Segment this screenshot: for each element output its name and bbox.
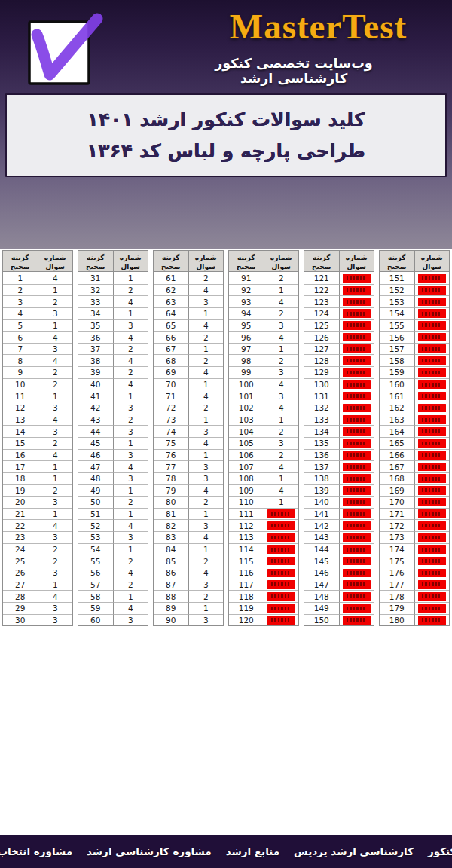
question-number-cell: 162 <box>380 402 414 414</box>
answer-row: 334 <box>78 295 148 307</box>
censored-answer <box>343 498 371 507</box>
censored-answer <box>343 333 371 342</box>
censored-scribble <box>347 335 367 339</box>
question-number-cell: 63 <box>154 295 188 307</box>
answer-row: 341 <box>78 307 148 319</box>
answer-cell: 1 <box>38 460 73 472</box>
answer-cell <box>339 378 374 390</box>
question-number-cell: 159 <box>380 366 414 378</box>
answer-row: 138 <box>304 472 374 484</box>
answer-cell <box>414 307 450 319</box>
answer-cell: 1 <box>188 343 224 355</box>
answer-row: 135 <box>304 437 374 449</box>
answer-cell <box>339 272 374 284</box>
answer-row: 149 <box>304 602 374 614</box>
question-number-cell: 57 <box>78 579 113 591</box>
answer-row: 823 <box>154 519 223 531</box>
footer-menu-item-2[interactable]: منابع ارشد <box>226 845 279 857</box>
answer-cell <box>339 519 374 531</box>
answer-row: 1024 <box>229 402 298 414</box>
question-number-cell: 18 <box>3 472 38 484</box>
answer-row: 581 <box>78 590 148 602</box>
answer-cell: 2 <box>188 555 224 567</box>
question-number-cell: 115 <box>229 555 264 567</box>
answer-cell <box>414 567 450 579</box>
question-number-cell: 34 <box>78 307 113 319</box>
footer-menu-item-1[interactable]: کارشناسی ارشد پردیس <box>294 845 414 857</box>
answer-cell <box>414 484 450 497</box>
answer-cell: 1 <box>113 508 148 520</box>
question-number-cell: 128 <box>304 354 339 366</box>
answer-cell: 4 <box>188 567 224 579</box>
answer-row: 463 <box>78 449 148 461</box>
answer-row: 242 <box>3 543 72 555</box>
question-number-cell: 8 <box>3 354 38 366</box>
answer-row: 783 <box>154 472 223 484</box>
answer-row: 572 <box>78 579 148 591</box>
censored-answer <box>343 415 371 424</box>
exam-title-box: کلید سوالات کنکور ارشد ۱۴۰۱ طراحی پارچه … <box>5 93 447 177</box>
answer-cell <box>339 414 374 426</box>
answer-cell <box>414 496 450 508</box>
footer-menu-item-0[interactable]: ارشد بدون کنکور <box>428 845 452 857</box>
censored-scribble <box>422 276 442 280</box>
answer-cell: 4 <box>38 590 73 602</box>
censored-answer <box>343 463 371 472</box>
question-number-cell: 30 <box>3 614 38 626</box>
footer-menu-item-3[interactable]: مشاوره کارشناسی ارشد <box>87 845 212 857</box>
question-number-cell: 2 <box>3 284 38 296</box>
censored-answer <box>343 274 371 283</box>
answer-cell: 1 <box>264 472 299 484</box>
question-number-cell: 176 <box>380 567 414 579</box>
answer-row: 43 <box>3 307 72 319</box>
censored-answer <box>418 569 446 578</box>
question-number-cell: 142 <box>304 519 339 531</box>
answer-row: 964 <box>229 331 298 343</box>
censored-scribble <box>347 406 367 410</box>
question-number-cell: 47 <box>78 460 113 472</box>
answer-row: 852 <box>154 555 223 567</box>
censored-answer <box>343 616 371 625</box>
answer-row: 432 <box>78 414 148 426</box>
question-number-cell: 138 <box>304 472 339 484</box>
answer-row: 128 <box>304 354 374 366</box>
censored-answer <box>343 604 371 613</box>
censored-scribble <box>422 488 442 492</box>
question-number-cell: 171 <box>380 508 414 520</box>
answer-cell: 2 <box>188 354 224 366</box>
answer-row: 384 <box>78 354 148 366</box>
question-number-header: شماره سوال <box>114 251 148 272</box>
censored-answer <box>343 344 371 353</box>
censored-answer <box>343 521 371 530</box>
answer-cell: 2 <box>113 496 148 508</box>
censored-answer <box>343 474 371 483</box>
answer-row: 722 <box>154 402 223 414</box>
answer-row: 502 <box>78 496 148 508</box>
footer-menu-item-4[interactable]: مشاوره انتخاب رشته ارشد <box>0 845 72 857</box>
correct-option-header: گزینه صحیح <box>380 251 415 272</box>
question-number-cell: 174 <box>380 543 414 555</box>
censored-scribble <box>347 488 367 492</box>
answer-cell: 2 <box>38 543 73 555</box>
answer-cell <box>414 555 450 567</box>
answer-cell: 1 <box>264 284 299 296</box>
answer-table: شماره سوالگزینه صحیح91292193494295396497… <box>228 250 299 626</box>
question-number-cell: 177 <box>380 579 414 591</box>
answer-cell: 2 <box>113 579 148 591</box>
answer-row: 121 <box>304 272 374 284</box>
question-number-cell: 40 <box>78 378 113 390</box>
question-number-cell: 24 <box>3 543 38 555</box>
answer-row: 156 <box>380 331 449 343</box>
question-number-cell: 139 <box>304 484 339 497</box>
question-number-cell: 79 <box>154 484 188 497</box>
answer-cell <box>339 590 374 602</box>
answer-row: 122 <box>304 284 374 296</box>
question-number-cell: 82 <box>154 519 188 531</box>
question-number-cell: 80 <box>154 496 188 508</box>
answer-row: 731 <box>154 414 223 426</box>
question-number-cell: 17 <box>3 460 38 472</box>
answer-cell: 3 <box>38 614 73 626</box>
question-number-cell: 118 <box>229 590 264 602</box>
censored-answer <box>418 286 446 295</box>
answer-row: 322 <box>78 284 148 296</box>
